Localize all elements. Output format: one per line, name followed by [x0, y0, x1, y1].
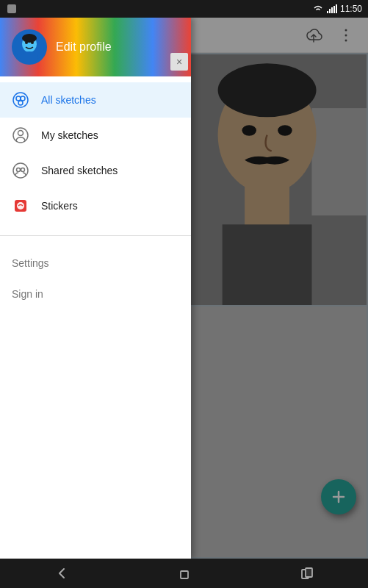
nav-item-my-sketches[interactable]: My sketches [0, 118, 191, 153]
nav-label-shared-sketches: Shared sketches [41, 165, 118, 176]
svg-rect-3 [331, 7, 333, 13]
svg-point-31 [21, 96, 25, 101]
svg-point-37 [21, 168, 25, 172]
all-sketches-icon [12, 91, 29, 109]
recents-icon [300, 566, 314, 581]
svg-rect-40 [181, 571, 188, 578]
svg-point-36 [17, 168, 21, 172]
android-icon [6, 3, 18, 15]
grid-icon [12, 92, 29, 108]
wifi-icon [312, 4, 324, 13]
svg-rect-2 [329, 9, 331, 13]
sticker-icon [12, 198, 29, 214]
svg-rect-1 [327, 11, 328, 13]
stickers-icon [12, 197, 29, 215]
time-display: 11:50 [340, 4, 362, 14]
status-bar: 11:50 [0, 0, 368, 18]
svg-point-30 [16, 96, 21, 101]
svg-point-34 [18, 131, 24, 136]
nav-label-all-sketches: All sketches [41, 94, 96, 106]
back-icon [54, 566, 69, 581]
profile-avatar [12, 29, 47, 65]
svg-point-39 [17, 202, 24, 209]
bottom-nav [0, 559, 368, 588]
drawer-profile-header[interactable]: Edit profile [0, 18, 191, 76]
nav-item-all-sketches[interactable]: All sketches [0, 82, 191, 118]
nav-label-sign-in: Sign in [12, 288, 43, 300]
status-bar-left [6, 3, 18, 15]
nav-label-stickers: Stickers [41, 200, 78, 212]
nav-footer-items: Settings Sign in [0, 242, 191, 315]
shared-icon [12, 162, 29, 179]
signal-icon [327, 4, 337, 13]
recents-button[interactable] [292, 559, 322, 588]
status-bar-right: 11:50 [312, 4, 362, 14]
nav-item-sign-in[interactable]: Sign in [0, 279, 191, 309]
svg-rect-0 [7, 4, 16, 13]
person-icon [12, 127, 29, 143]
nav-item-stickers[interactable]: Stickers [0, 188, 191, 223]
edit-profile-label: Edit profile [56, 40, 112, 54]
shared-sketches-icon [12, 162, 29, 179]
nav-label-my-sketches: My sketches [41, 129, 98, 141]
nav-drawer: Edit profile × All sketches [0, 18, 191, 559]
nav-divider [0, 235, 191, 236]
svg-rect-4 [333, 6, 335, 13]
home-button[interactable] [170, 559, 199, 588]
svg-point-27 [22, 34, 37, 43]
avatar-icon [15, 32, 44, 62]
svg-point-32 [18, 101, 23, 105]
my-sketches-icon [12, 126, 29, 144]
nav-item-settings[interactable]: Settings [0, 248, 191, 279]
nav-label-settings: Settings [12, 257, 49, 269]
drawer-close-button[interactable]: × [170, 53, 188, 71]
back-button[interactable] [47, 559, 76, 588]
home-icon [177, 566, 192, 581]
svg-rect-42 [306, 568, 312, 577]
nav-item-shared-sketches[interactable]: Shared sketches [0, 153, 191, 188]
nav-items-list: All sketches My sketches [0, 76, 191, 229]
svg-rect-5 [336, 4, 337, 13]
